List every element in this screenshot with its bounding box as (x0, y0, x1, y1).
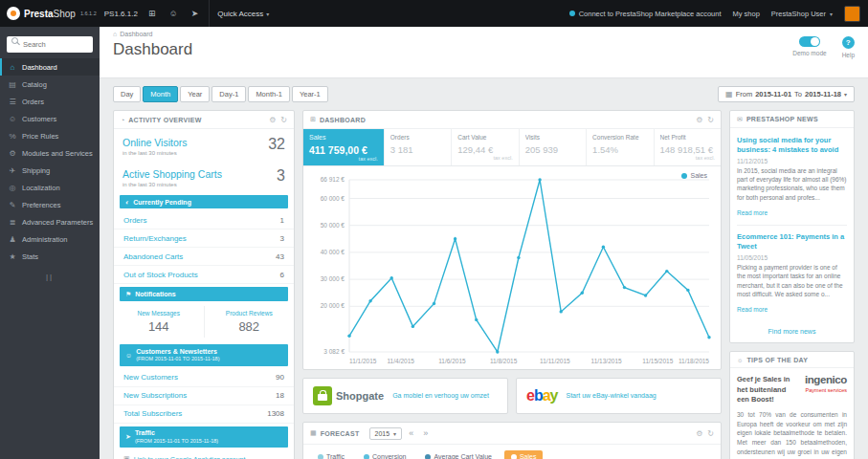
help-button[interactable]: ? Help (842, 36, 855, 58)
read-more-link[interactable]: Read more (737, 209, 768, 216)
find-more-news-link[interactable]: Find more news (730, 323, 854, 342)
user-menu[interactable]: PrestaShop User ▾ (771, 10, 833, 18)
forecast-toggle-traffic[interactable]: Traffic (311, 450, 351, 459)
ebay-link[interactable]: Start uw eBay-winkel vandaag (567, 391, 657, 400)
forecast-prev-button[interactable]: « (406, 428, 416, 438)
article-title-link[interactable]: Using social media for your business: 4 … (737, 136, 847, 155)
shopgate-module-card[interactable]: Shopgate Ga mobiel en verhoog uw omzet (302, 378, 508, 414)
kpi-value: 205 939 (525, 144, 580, 155)
gear-icon[interactable]: ⚙ (696, 116, 702, 124)
new-customers-link[interactable]: New Customers (123, 373, 178, 382)
quick-access-menu[interactable]: Quick Access ▾ (209, 0, 277, 27)
sidebar-item-stats[interactable]: ★Stats (0, 248, 100, 265)
orders-link[interactable]: Orders (123, 216, 146, 225)
forecast-toggle-sales[interactable]: Sales (504, 450, 544, 459)
sidebar-item-preferences[interactable]: ✎Preferences (0, 196, 100, 213)
sidebar-item-customers[interactable]: ☺Customers (0, 110, 100, 127)
sidebar-collapse-button[interactable]: || (0, 265, 100, 289)
toggle-on-icon[interactable] (799, 36, 820, 47)
article-title-link[interactable]: Ecommerce 101: Payments in a Tweet (737, 232, 847, 251)
section-title: Traffic (135, 429, 155, 436)
kpi-visits[interactable]: Visits 205 939 (520, 129, 587, 165)
launch-icon[interactable]: ➤ (189, 9, 202, 18)
forecast-toggle-average-cart-value[interactable]: Average Cart Value (418, 450, 498, 459)
read-more-link[interactable]: Read more (737, 306, 768, 313)
sidebar-item-price-rules[interactable]: %Price Rules (0, 127, 100, 144)
refresh-icon[interactable]: ↻ (280, 116, 287, 124)
svg-text:40 000 €: 40 000 € (321, 249, 345, 255)
kpi-sales[interactable]: Sales 411 759,00 € tax excl. (303, 129, 385, 165)
marketplace-connect-link[interactable]: Connect to PrestaShop Marketplace accoun… (569, 10, 722, 18)
out-of-stock-link[interactable]: Out of Stock Products (123, 271, 198, 279)
returns-count: 3 (280, 234, 284, 243)
google-analytics-link[interactable]: ▣ Link to your Google Analytics account (114, 450, 294, 459)
kpi-net-profit[interactable]: Net Profit 148 918,51 € tax excl. (655, 129, 721, 165)
online-visitors-link[interactable]: Online Visitors (122, 137, 188, 148)
svg-text:20 000 €: 20 000 € (321, 302, 345, 309)
forecast-year-select[interactable]: 2015 ▾ (369, 427, 403, 440)
sidebar-item-orders[interactable]: ☰Orders (0, 93, 100, 110)
sidebar-item-modules[interactable]: ⚙Modules and Services (0, 144, 100, 162)
period-day-button[interactable]: Day (113, 86, 141, 102)
svg-text:30 000 €: 30 000 € (321, 275, 345, 282)
ebay-module-card[interactable]: ebay Start uw eBay-winkel vandaag (516, 378, 722, 414)
shopgate-link[interactable]: Ga mobiel en verhoog uw omzet (392, 391, 489, 400)
new-subscriptions-count: 18 (276, 391, 284, 400)
profile-icon[interactable]: ☺ (166, 9, 180, 18)
returns-row: Return/Exchanges 3 (114, 230, 294, 248)
period-day-1-button[interactable]: Day-1 (211, 86, 246, 102)
article-excerpt: Picking a payment provider is one of the… (737, 263, 847, 299)
period-year-button[interactable]: Year (180, 86, 210, 102)
sidebar-item-dashboard[interactable]: ⌂Dashboard (0, 58, 100, 76)
gear-icon[interactable]: ⚙ (269, 116, 276, 124)
sidebar-item-label: Preferences (22, 201, 60, 209)
sidebar-item-advanced-parameters[interactable]: ≣Advanced Parameters (0, 213, 100, 230)
kpi-note: tax excl. (309, 156, 378, 162)
forecast-toggle-conversion[interactable]: Conversion (357, 450, 412, 459)
toggle-label: Conversion (372, 453, 406, 459)
shopgate-logo: Shopgate (313, 386, 384, 405)
breadcrumb[interactable]: ⌂ Dashboard (113, 31, 192, 37)
sidebar-item-shipping[interactable]: ✈Shipping (0, 162, 100, 179)
clock-icon: ◐ (125, 199, 129, 206)
abandoned-carts-link[interactable]: Abandoned Carts (123, 252, 183, 261)
date-range-picker[interactable]: ▦ From 2015-11-01 To 2015-11-18 ▾ (718, 86, 855, 102)
sidebar-item-administration[interactable]: ♟Administration (0, 230, 100, 248)
notifications-header: ⚑ Notifications (120, 287, 288, 301)
period-month-button[interactable]: Month (143, 86, 178, 102)
chart-legend-sales[interactable]: Sales (681, 172, 707, 179)
sales-chart-area: Sales 66 912 €60 000 €50 000 €40 000 €30… (303, 166, 721, 369)
prestashop-logo[interactable]: PrestaShop 1.6.1.2 (7, 7, 97, 20)
price-rules-icon: % (8, 132, 17, 141)
sidebar-item-localization[interactable]: ◎Localization (0, 179, 100, 196)
active-carts-link[interactable]: Active Shopping Carts (122, 168, 222, 180)
avatar[interactable] (844, 6, 860, 22)
demo-mode-toggle[interactable]: Demo mode (792, 36, 826, 56)
date-from-label: From (736, 90, 753, 98)
period-year-1-button[interactable]: Year-1 (292, 86, 328, 102)
kpi-orders[interactable]: Orders 3 181 (385, 129, 452, 165)
toggle-label: Traffic (326, 453, 345, 459)
product-reviews-cell[interactable]: Product Reviews 882 (205, 306, 295, 338)
gear-icon[interactable]: ⚙ (696, 429, 702, 438)
refresh-icon[interactable]: ↻ (707, 116, 714, 124)
forecast-panel: ▦ FORECAST 2015 ▾ « » ⚙ ↻ (302, 422, 722, 459)
refresh-icon[interactable]: ↻ (707, 429, 714, 438)
new-subscriptions-link[interactable]: New Subscriptions (123, 391, 187, 400)
kpi-note: tax excl. (660, 155, 715, 161)
my-shop-link[interactable]: My shop (733, 10, 760, 18)
kpi-conversion-rate[interactable]: Conversion Rate 1.54% (587, 129, 654, 165)
total-subscribers-link[interactable]: Total Subscribers (123, 409, 182, 418)
sidebar-item-catalog[interactable]: ▤Catalog (0, 76, 100, 93)
total-subscribers-row: Total Subscribers 1308 (114, 405, 294, 424)
returns-link[interactable]: Return/Exchanges (123, 234, 187, 243)
chevron-down-icon: ▾ (844, 91, 847, 98)
period-month-1-button[interactable]: Month-1 (248, 86, 290, 102)
forecast-next-button[interactable]: » (420, 428, 431, 438)
help-label: Help (842, 52, 855, 58)
new-messages-cell[interactable]: New Messages 144 (114, 306, 205, 338)
active-carts-value: 3 (277, 168, 285, 184)
section-subtitle: (FROM 2015-11-01 TO 2015-11-18) (135, 438, 218, 445)
kpi-cart-value[interactable]: Cart Value 129,44 € tax excl. (452, 129, 519, 165)
cart-icon[interactable]: ⊞ (145, 9, 159, 18)
